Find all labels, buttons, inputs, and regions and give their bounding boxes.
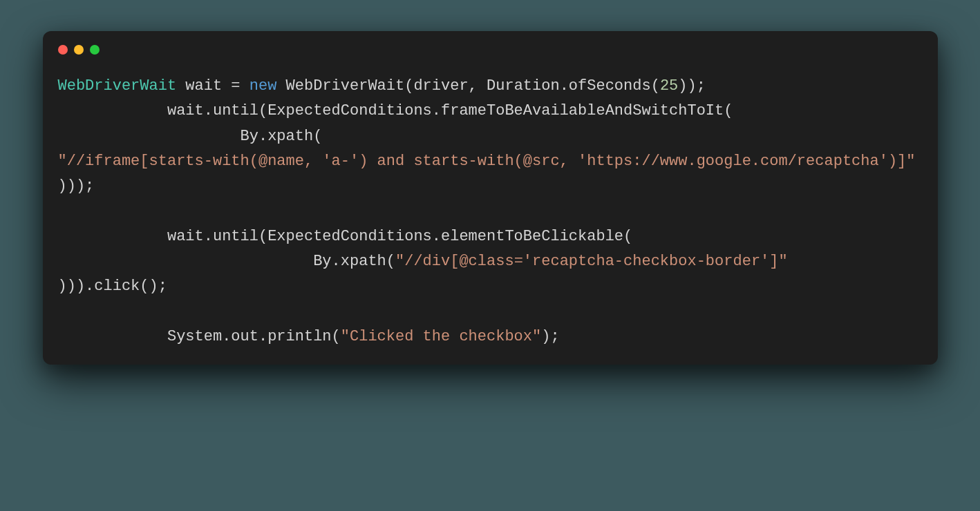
- code-content: WebDriverWait wait = new WebDriverWait(d…: [43, 55, 938, 365]
- code-token: 25: [660, 77, 678, 95]
- code-window: WebDriverWait wait = new WebDriverWait(d…: [43, 31, 938, 365]
- close-icon[interactable]: [58, 45, 68, 55]
- code-token: WebDriverWait(driver, Duration.ofSeconds…: [276, 77, 660, 95]
- minimize-icon[interactable]: [74, 45, 84, 55]
- code-token: );: [541, 328, 559, 345]
- maximize-icon[interactable]: [90, 45, 100, 55]
- code-token: "//iframe[starts-with(@name, 'a-') and s…: [58, 153, 916, 170]
- window-titlebar: [43, 31, 938, 55]
- code-token: "//div[@class='recaptcha-checkbox-border…: [395, 253, 788, 270]
- code-token: "Clicked the checkbox": [341, 328, 541, 345]
- code-token: WebDriverWait: [58, 77, 177, 95]
- code-token: new: [249, 77, 277, 95]
- code-token: ))).click(); System.out.println(: [58, 278, 341, 345]
- code-token: wait =: [176, 77, 249, 95]
